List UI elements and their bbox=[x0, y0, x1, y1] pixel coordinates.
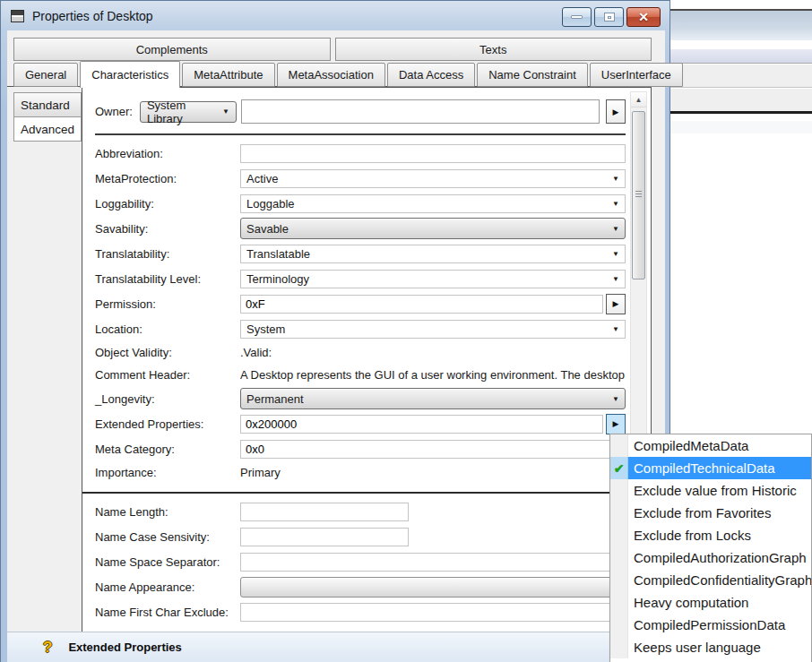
meta-category-input[interactable] bbox=[240, 440, 626, 459]
field-row-comment-header: Comment Header: A Desktop represents the… bbox=[95, 364, 626, 386]
status-bar: ? Extended Properties bbox=[7, 632, 665, 662]
savability-combo[interactable]: Savable ▼ bbox=[240, 218, 626, 239]
field-row-name-case-sensivity: Name Case Sensivity: bbox=[95, 524, 626, 549]
translatability-combo[interactable]: Translatable ▼ bbox=[240, 245, 626, 263]
menu-item-keeps-user-language[interactable]: Keeps user language bbox=[610, 636, 811, 658]
chevron-down-icon: ▼ bbox=[612, 275, 619, 283]
window-icon bbox=[11, 10, 24, 22]
extended-properties-menu: CompiledMetaData ✔ CompiledTechnicalData… bbox=[609, 434, 812, 662]
minimize-icon bbox=[571, 15, 583, 19]
field-row-importance: Importance: Primary bbox=[95, 461, 626, 484]
more-arrow-icon: ▶ bbox=[613, 107, 619, 116]
name-appearance-button[interactable] bbox=[240, 577, 626, 598]
menu-item-exclude-value-from-historic[interactable]: Exclude value from Historic bbox=[610, 479, 811, 502]
separator-line bbox=[82, 492, 626, 494]
chevron-down-icon: ▼ bbox=[612, 225, 619, 233]
menu-item-compiledpermissiondata[interactable]: CompiledPermissionData bbox=[610, 614, 811, 636]
chevron-down-icon: ▼ bbox=[222, 107, 229, 116]
scrollbar-thumb[interactable] bbox=[632, 111, 645, 279]
check-icon: ✔ bbox=[614, 461, 625, 476]
field-row-extended-properties: Extended Properties: ▶ bbox=[95, 411, 626, 436]
comment-header-value: A Desktop represents the GUI of a user w… bbox=[240, 368, 626, 382]
properties-form: Owner: System Library ▼ ▶ Abbreviation: … bbox=[95, 88, 626, 624]
owner-combo-value: System Library bbox=[147, 99, 222, 125]
owner-row: Owner: System Library ▼ ▶ bbox=[95, 99, 626, 124]
more-arrow-icon: ▶ bbox=[613, 299, 619, 308]
loggability-combo[interactable]: Loggable ▼ bbox=[240, 194, 626, 213]
menu-item-compiledauthorizationgraph[interactable]: CompiledAuthorizationGraph bbox=[610, 546, 811, 569]
chevron-down-icon: ▼ bbox=[612, 325, 619, 333]
menu-item-heavy-computation[interactable]: Heavy computation bbox=[610, 591, 811, 614]
owner-more-button[interactable]: ▶ bbox=[606, 99, 626, 124]
menu-item-compiledtechnicaldata[interactable]: ✔ CompiledTechnicalData bbox=[610, 457, 811, 479]
field-row-name-space-separator: Name Space Separator: bbox=[95, 549, 626, 574]
close-icon: ✕ bbox=[638, 11, 649, 23]
status-label: Extended Properties bbox=[68, 641, 181, 654]
chevron-down-icon: ▼ bbox=[612, 395, 619, 403]
extended-properties-more-button[interactable]: ▶ bbox=[606, 414, 626, 434]
menu-item-compiledmetadata[interactable]: CompiledMetaData bbox=[610, 434, 811, 457]
tab-name-constraint[interactable]: Name Constraint bbox=[477, 63, 588, 87]
minimize-button[interactable] bbox=[562, 7, 592, 27]
permission-input[interactable] bbox=[240, 295, 603, 314]
background-header-band bbox=[670, 64, 812, 88]
field-row-longevity: _Longevity: Permanent ▼ bbox=[95, 386, 626, 411]
characteristics-panel: Owner: System Library ▼ ▶ Abbreviation: … bbox=[82, 87, 652, 632]
name-length-input[interactable] bbox=[240, 503, 409, 521]
field-row-abbreviation: Abbreviation: bbox=[95, 141, 626, 166]
field-row-meta-category: Meta Category: bbox=[95, 436, 626, 461]
background-header-band-2 bbox=[670, 89, 812, 111]
field-row-loggability: Loggability: Loggable ▼ bbox=[95, 191, 626, 216]
title-bar[interactable]: Properties of Desktop ✕ bbox=[1, 1, 669, 30]
chevron-down-icon: ▼ bbox=[612, 175, 619, 183]
abbreviation-input[interactable] bbox=[240, 144, 626, 163]
chevron-down-icon: ▼ bbox=[612, 200, 619, 208]
owner-combo[interactable]: System Library ▼ bbox=[140, 101, 237, 123]
close-button[interactable]: ✕ bbox=[626, 7, 661, 27]
importance-value: Primary bbox=[240, 466, 626, 479]
tab-characteristics[interactable]: Characteristics bbox=[80, 61, 180, 88]
window-title: Properties of Desktop bbox=[32, 9, 153, 23]
location-combo[interactable]: System ▼ bbox=[240, 320, 626, 339]
field-row-translatability-level: Translatability Level: Terminology ▼ bbox=[95, 266, 626, 291]
tab-texts[interactable]: Texts bbox=[335, 38, 652, 61]
longevity-combo[interactable]: Permanent ▼ bbox=[240, 388, 626, 409]
owner-label: Owner: bbox=[95, 105, 133, 118]
tab-userinterface[interactable]: UserInterface bbox=[590, 63, 683, 87]
permission-more-button[interactable]: ▶ bbox=[606, 294, 626, 314]
scroll-up-icon: ▲ bbox=[635, 96, 643, 104]
field-row-translatability: Translatability: Translatable ▼ bbox=[95, 241, 626, 266]
menu-item-exclude-from-locks[interactable]: Exclude from Locks bbox=[610, 524, 811, 546]
tab-general[interactable]: General bbox=[13, 63, 78, 87]
field-row-name-length: Name Length: bbox=[95, 499, 626, 524]
dialog-client-area: Complements Texts General Characteristic… bbox=[7, 30, 665, 662]
separator-line bbox=[95, 133, 626, 135]
owner-path-field[interactable] bbox=[241, 99, 600, 124]
tab-data-access[interactable]: Data Access bbox=[387, 63, 475, 87]
field-row-permission: Permission: ▶ bbox=[95, 291, 626, 316]
menu-item-exclude-from-favorites[interactable]: Exclude from Favorites bbox=[610, 502, 811, 524]
tab-metaattribute[interactable]: MetaAttribute bbox=[182, 63, 274, 87]
name-space-separator-input[interactable] bbox=[240, 553, 626, 572]
properties-dialog: Properties of Desktop ✕ Complements Text… bbox=[0, 0, 670, 662]
metaprotection-combo[interactable]: Active ▼ bbox=[240, 169, 626, 188]
side-tab-standard[interactable]: Standard bbox=[13, 92, 82, 117]
name-first-char-exclude-input[interactable] bbox=[240, 603, 626, 622]
help-icon: ? bbox=[43, 639, 52, 657]
scrollbar-grip-icon bbox=[635, 191, 642, 199]
side-tab-advanced[interactable]: Advanced bbox=[13, 116, 82, 142]
tab-metaassociation[interactable]: MetaAssociation bbox=[277, 63, 385, 87]
more-arrow-icon: ▶ bbox=[613, 419, 619, 428]
background-titlebar-band bbox=[670, 11, 812, 40]
tab-complements[interactable]: Complements bbox=[13, 38, 331, 61]
restore-button[interactable] bbox=[594, 7, 624, 27]
translatability-level-combo[interactable]: Terminology ▼ bbox=[240, 270, 626, 288]
name-case-sensivity-input[interactable] bbox=[240, 528, 409, 546]
extended-properties-input[interactable] bbox=[240, 415, 603, 434]
menu-item-compiledconfidentialitygraph[interactable]: CompiledConfidentialityGraph bbox=[610, 569, 811, 591]
background-toolbar-band bbox=[670, 49, 812, 64]
background-soft-band bbox=[670, 121, 812, 133]
field-row-object-validity: Object Validity: .Valid: bbox=[95, 341, 626, 364]
scroll-up-button[interactable]: ▲ bbox=[631, 92, 646, 107]
field-row-location: Location: System ▼ bbox=[95, 316, 626, 341]
